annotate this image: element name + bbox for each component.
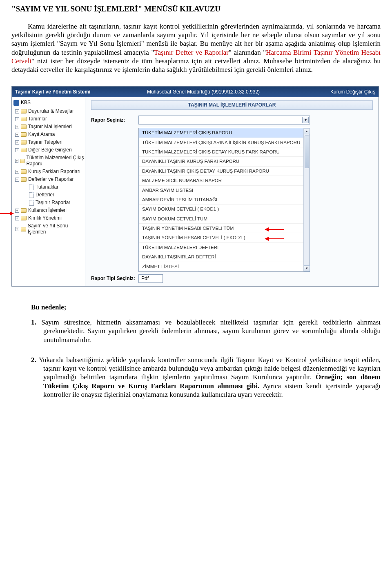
rapor-select[interactable]: ▾: [138, 116, 310, 125]
tree-item-kimlik-yönetimi[interactable]: +Kimlik Yönetimi: [13, 214, 84, 222]
folder-icon: [21, 208, 27, 213]
folder-icon: [21, 148, 27, 152]
dropdown-option[interactable]: TÜKETİM MALZEMELERİ DEFTERİ: [139, 243, 310, 252]
tree-label: Kayıt Arama: [28, 131, 55, 138]
tree-label: Kullanıcı İşlemleri: [28, 207, 67, 213]
rapor-tipi-label: Rapor Tipi Seçiniz:: [91, 276, 136, 282]
app-title: Taşınır Kayıt ve Yönetim Sistemi: [15, 89, 97, 95]
tree-item-tanımlar[interactable]: +Tanımlar: [13, 115, 84, 123]
tree-label: Tutanaklar: [36, 184, 58, 190]
folder-icon: [21, 109, 27, 113]
scroll-thumb[interactable]: [305, 136, 309, 168]
tree-label: Diğer Belge Girişleri: [28, 147, 72, 153]
annotation-arrow-right-1: [265, 229, 284, 230]
tree-label: Tanımlar: [28, 116, 47, 122]
dropdown-option[interactable]: AMBAR SAYIM LİSTESİ: [139, 186, 310, 195]
plus-icon[interactable]: +: [15, 216, 19, 220]
tree-child-defterler[interactable]: Defterler: [13, 191, 84, 199]
tree-label: Duyurular & Mesajlar: [28, 108, 74, 114]
tree-label: Taşınır Raporlar: [36, 200, 70, 206]
annotation-arrow-right-2: [265, 238, 284, 239]
tree-label: Taşınır Talepleri: [28, 139, 62, 145]
tree-label: Defterler: [36, 192, 54, 198]
tree-label: Sayım ve Yıl Sonu İşlemleri: [28, 223, 84, 235]
app-subtitle: Muhasebat Genel Müdürlüğü (99199/12.0.32…: [97, 89, 310, 95]
dropdown-option[interactable]: DAYANIKLI TAŞINIR KURUŞ FARKI RAPORU: [139, 157, 310, 166]
tree-child-tutanaklar[interactable]: Tutanaklar: [13, 183, 84, 191]
tree-root-label: KBS: [21, 100, 31, 106]
plus-icon[interactable]: +: [15, 148, 19, 152]
scrollbar[interactable]: ▴ ▾: [303, 128, 310, 271]
page-icon: [29, 192, 34, 198]
rapor-dropdown[interactable]: TÜKETİM MALZEMELERİ ÇIKIŞ RAPORUTÜKETİM …: [138, 128, 310, 272]
dropdown-option[interactable]: TAŞINIR YÖNETİM HESABI CETVELİ ( EKOD1 ): [139, 233, 310, 242]
kbs-icon: [13, 100, 19, 106]
folder-icon: [21, 227, 26, 231]
folder-icon: [21, 177, 27, 182]
folder-icon: [21, 216, 27, 220]
tree-item-duyurular-mesajlar[interactable]: +Duyurular & Mesajlar: [13, 107, 84, 115]
document-title: "SAYIM VE YIL SONU İŞLEMLERİ" MENÜSÜ KIL…: [11, 4, 381, 14]
folder-icon: [21, 169, 27, 174]
tree-label: Kuruş Farkları Raporları: [28, 169, 80, 175]
tree-item-tüketim-malzemeleri-çıkış-raporu[interactable]: +Tüketim Malzemeleri Çıkış Raporu: [13, 154, 84, 168]
dropdown-option[interactable]: TÜKETİM MALZEMELERİ ÇIKIŞLARINA İLİŞİKİN…: [139, 138, 310, 147]
tree-item-sayım-ve-yıl-sonu-i-şlemleri[interactable]: +Sayım ve Yıl Sonu İşlemleri: [13, 222, 84, 236]
dropdown-option[interactable]: TAŞINIR YÖNETİM HESABI CETVELİ TÜM: [139, 224, 310, 233]
rapor-seciniz-label: Rapor Seçiniz:: [91, 117, 136, 123]
plus-icon[interactable]: +: [15, 125, 19, 129]
tree-item-diğer-belge-girişleri[interactable]: +Diğer Belge Girişleri: [13, 146, 84, 154]
list-item-2: 2. Yukarıda bahsettiğimiz şeklide yapıla…: [31, 356, 381, 399]
tree-item-defterler-ve-raporlar[interactable]: −Defterler ve Raporlar: [13, 176, 84, 183]
plus-icon[interactable]: +: [15, 117, 19, 121]
main-panel: TAŞINIR MAL İŞLEMLERİ RAPORLAR Rapor Seç…: [85, 97, 379, 286]
minus-icon[interactable]: −: [15, 178, 19, 182]
sub-heading: Bu nedenle;: [31, 303, 381, 311]
plus-icon[interactable]: +: [15, 109, 19, 113]
dropdown-option[interactable]: DAYANIKLI TAŞINIR ÇIKIŞ DETAY KURUŞ FARK…: [139, 167, 310, 176]
tree-item-kayıt-arama[interactable]: +Kayıt Arama: [13, 131, 84, 138]
folder-icon: [21, 132, 27, 137]
tree-root[interactable]: KBS: [13, 99, 84, 107]
tree-child-taşınır-raporlar[interactable]: Taşınır Raporlar: [13, 199, 84, 207]
plus-icon[interactable]: +: [15, 159, 18, 163]
folder-icon: [21, 117, 27, 121]
app-header-actions[interactable]: Kurum Değiştir Çıkış: [310, 89, 375, 95]
dropdown-option[interactable]: SAYIM DÖKÜM CETVELİ ( EKOD1 ): [139, 205, 310, 214]
rapor-tipi-value[interactable]: Pdf: [138, 274, 163, 283]
annotation-arrow-left: [0, 213, 13, 214]
dropdown-option[interactable]: DAYANIKLI TAŞINIRLAR DEFTERİ: [139, 252, 310, 262]
dropdown-option[interactable]: MALZEME SİCİL NUMARASI RAPOR: [139, 176, 310, 185]
page-icon: [29, 185, 34, 190]
plus-icon[interactable]: +: [15, 227, 19, 231]
folder-icon: [20, 159, 24, 163]
plus-icon[interactable]: +: [15, 140, 19, 145]
tree-item-taşınır-mal-i-şlemleri[interactable]: +Taşınır Mal İşlemleri: [13, 123, 84, 131]
dropdown-option[interactable]: AMBAR DEVİR TESLİM TUTANAĞI: [139, 195, 310, 205]
tree-item-taşınır-talepleri[interactable]: +Taşınır Talepleri: [13, 138, 84, 146]
tree-label: Kimlik Yönetimi: [28, 215, 62, 221]
page-icon: [29, 200, 34, 206]
tree-label: Defterler ve Raporlar: [28, 176, 74, 182]
tree-item-kullanıcı-i-şlemleri[interactable]: +Kullanıcı İşlemleri: [13, 207, 84, 214]
tree-item-kuruş-farkları-raporları[interactable]: +Kuruş Farkları Raporları: [13, 168, 84, 176]
panel-title: TAŞINIR MAL İŞLEMLERİ RAPORLAR: [91, 100, 373, 110]
dropdown-option[interactable]: SAYIM DÖKÜM CETVELİ TÜM: [139, 214, 310, 224]
chevron-down-icon[interactable]: ▾: [302, 117, 309, 123]
dropdown-option[interactable]: TÜKETİM MALZEMELERİ ÇIKIŞ RAPORU: [139, 128, 310, 138]
scroll-up-icon[interactable]: ▴: [304, 128, 310, 134]
tree-label: Taşınır Mal İşlemleri: [28, 124, 72, 130]
app-header: Taşınır Kayıt ve Yönetim Sistemi Muhaseb…: [12, 87, 379, 97]
app-screenshot: Taşınır Kayıt ve Yönetim Sistemi Muhaseb…: [11, 86, 379, 287]
tree-label: Tüketim Malzemeleri Çıkış Raporu: [26, 155, 84, 167]
dropdown-option[interactable]: ZİMMET LİSTESİ: [139, 262, 310, 271]
plus-icon[interactable]: +: [15, 170, 19, 174]
dropdown-option[interactable]: TÜKETİM MALZEMELERİ ÇIKIŞ DETAY KURUŞ FA…: [139, 147, 310, 157]
sidebar: KBS +Duyurular & Mesajlar+Tanımlar+Taşın…: [12, 97, 85, 286]
intro-paragraph: Kamu idarelerine ait taşınırların, taşın…: [11, 22, 381, 74]
plus-icon[interactable]: +: [15, 209, 19, 213]
list-item-1: 1. Sayım süresince, hizmetin aksamaması …: [31, 318, 381, 344]
folder-icon: [21, 125, 27, 129]
plus-icon[interactable]: +: [15, 133, 19, 137]
scroll-down-icon[interactable]: ▾: [304, 265, 310, 271]
